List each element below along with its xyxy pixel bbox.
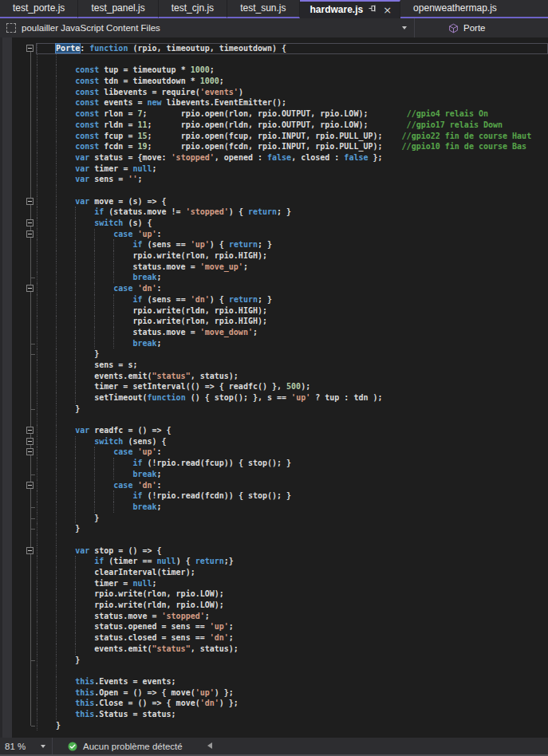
code-line[interactable]: if (!rpio.read(fcup)) { stop(); }: [0, 458, 548, 469]
code-line[interactable]: var move = (s) => {: [0, 196, 548, 207]
code-line[interactable]: }: [0, 404, 548, 415]
code-line[interactable]: sens = s;: [0, 360, 548, 371]
code-line[interactable]: events.emit("status", status);: [0, 644, 548, 655]
code-line[interactable]: rpio.write(rlon, rpio.HIGH);: [0, 250, 548, 262]
code-line[interactable]: }: [0, 348, 548, 360]
tab-hardware-js[interactable]: hardware.js ×: [300, 0, 401, 18]
code-line[interactable]: const fcdn = 19; rpio.open(fcdn, rpio.IN…: [0, 141, 548, 152]
indent-guide: [37, 665, 37, 676]
project-context-dropdown[interactable]: poulailler JavaScript Content Files: [0, 18, 414, 37]
tab-openweathermap-js[interactable]: openweathermap.js: [400, 0, 548, 18]
code-line[interactable]: break;: [0, 338, 548, 349]
code-line[interactable]: var stop = () => {: [0, 545, 548, 557]
fold-collapse-icon[interactable]: [26, 427, 34, 434]
code-line[interactable]: }: [0, 523, 548, 534]
code-line[interactable]: break;: [0, 502, 548, 513]
pin-icon[interactable]: [369, 2, 377, 18]
code-line[interactable]: }: [0, 655, 548, 666]
code-line[interactable]: }: [0, 720, 548, 731]
code-line[interactable]: status.opened = sens == 'up';: [0, 621, 548, 632]
close-icon[interactable]: ×: [383, 2, 392, 18]
code-line[interactable]: case 'dn':: [0, 480, 548, 491]
tab-test-cjn-js[interactable]: test_cjn.js: [159, 0, 227, 18]
code-line[interactable]: case 'dn':: [0, 283, 548, 294]
code-line[interactable]: case 'up':: [0, 229, 548, 240]
project-icon: [6, 23, 16, 33]
code-line[interactable]: var readfc = () => {: [0, 425, 548, 436]
code-line[interactable]: status.closed = sens == 'dn';: [0, 632, 548, 644]
code-line[interactable]: rpio.write(rldn, rpio.LOW);: [0, 600, 548, 611]
document-health-indicator[interactable]: Aucun problème détecté: [68, 742, 183, 751]
code-line[interactable]: }: [0, 513, 548, 524]
code-line[interactable]: this.Open = () => { move('up') };: [0, 687, 548, 699]
code-text: break;: [0, 502, 548, 513]
code-line[interactable]: timer = setInterval(() => { readfc() }, …: [0, 381, 548, 392]
code-line[interactable]: events.emit("status", status);: [0, 371, 548, 382]
code-line[interactable]: [0, 185, 548, 196]
code-line[interactable]: if (timer == null) { return;}: [0, 556, 548, 567]
code-line[interactable]: [0, 54, 548, 65]
code-text: }: [0, 655, 548, 666]
code-line[interactable]: if (status.move != 'stopped') { return; …: [0, 207, 548, 218]
code-line[interactable]: [0, 665, 548, 676]
code-line[interactable]: const rldn = 11; rpio.open(rldn, rpio.OU…: [0, 120, 548, 131]
code-line[interactable]: switch (sens) {: [0, 436, 548, 447]
code-text: break;: [0, 272, 548, 283]
code-line[interactable]: setTimeout(function () { stop(); }, s ==…: [0, 392, 548, 404]
fold-collapse-icon[interactable]: [26, 482, 34, 489]
fold-collapse-icon[interactable]: [26, 285, 34, 292]
fold-collapse-icon[interactable]: [26, 448, 34, 455]
code-text: var status = {move: 'stopped', opened : …: [0, 152, 548, 163]
code-line[interactable]: const events = new libevents.EventEmitte…: [0, 97, 548, 108]
code-line[interactable]: Porte: function (rpio, timeoutup, timeou…: [0, 43, 548, 54]
code-line[interactable]: rpio.write(rldn, rpio.HIGH);: [0, 305, 548, 317]
code-line[interactable]: rpio.write(rlon, rpio.LOW);: [0, 589, 548, 600]
fold-collapse-icon[interactable]: [26, 230, 34, 238]
code-line[interactable]: const tdn = timeoutdown * 1000;: [0, 76, 548, 87]
code-line[interactable]: status.move = 'move_up';: [0, 262, 548, 273]
dropdown-arrow-icon[interactable]: [402, 26, 407, 30]
code-line[interactable]: timer = null;: [0, 578, 548, 589]
code-editor[interactable]: Porte: function (rpio, timeoutup, timeou…: [0, 37, 548, 738]
fold-collapse-icon[interactable]: [26, 438, 34, 445]
code-line[interactable]: const rlon = 7; rpio.open(rlon, rpio.OUT…: [0, 108, 548, 120]
code-line[interactable]: status.move = 'stopped';: [0, 611, 548, 622]
code-line[interactable]: clearInterval(timer);: [0, 567, 548, 578]
member-label: Porte: [463, 23, 486, 33]
tab-test-porte-js[interactable]: test_porte.js: [0, 0, 78, 18]
code-line[interactable]: this.Status = status;: [0, 709, 548, 720]
code-line[interactable]: case 'up':: [0, 447, 548, 458]
code-line[interactable]: status.move = 'move_down';: [0, 327, 548, 338]
code-line[interactable]: switch (s) {: [0, 218, 548, 229]
code-text: case 'up':: [0, 229, 548, 240]
tab-test-sun-js[interactable]: test_sun.js: [227, 0, 299, 18]
code-text: events.emit("status", status);: [0, 644, 548, 655]
zoom-dropdown-arrow-icon[interactable]: [41, 745, 45, 748]
health-check-icon: [68, 742, 77, 751]
code-line[interactable]: [0, 414, 548, 425]
code-line[interactable]: const libevents = require('events'): [0, 87, 548, 98]
code-line[interactable]: rpio.write(rlon, rpio.HIGH);: [0, 316, 548, 327]
code-line[interactable]: var status = {move: 'stopped', opened : …: [0, 152, 548, 163]
fold-collapse-icon[interactable]: [26, 45, 34, 52]
zoom-control[interactable]: 81 %: [0, 738, 53, 754]
code-line[interactable]: if (sens == 'up') { return; }: [0, 239, 548, 250]
fold-collapse-icon[interactable]: [26, 219, 34, 226]
scrollbar-left-arrow-icon[interactable]: [207, 742, 212, 749]
code-line[interactable]: [0, 534, 548, 545]
code-line[interactable]: const tup = timeoutup * 1000;: [0, 65, 548, 76]
indent-guide: [56, 414, 57, 425]
code-line[interactable]: this.Events = events;: [0, 676, 548, 687]
fold-collapse-icon[interactable]: [26, 198, 34, 205]
fold-collapse-icon[interactable]: [26, 547, 34, 554]
code-line[interactable]: this.Close = () => { move('dn') };: [0, 698, 548, 709]
code-line[interactable]: const fcup = 15; rpio.open(fcup, rpio.IN…: [0, 131, 548, 142]
tab-test-panel-js[interactable]: test_panel.js: [78, 0, 158, 18]
code-line[interactable]: var timer = null;: [0, 163, 548, 175]
code-line[interactable]: break;: [0, 272, 548, 283]
code-line[interactable]: var sens = '';: [0, 174, 548, 185]
code-line[interactable]: break;: [0, 469, 548, 480]
code-line[interactable]: if (!rpio.read(fcdn)) { stop(); }: [0, 490, 548, 502]
member-dropdown[interactable]: Porte: [415, 18, 548, 37]
code-line[interactable]: if (sens == 'dn') { return; }: [0, 294, 548, 305]
